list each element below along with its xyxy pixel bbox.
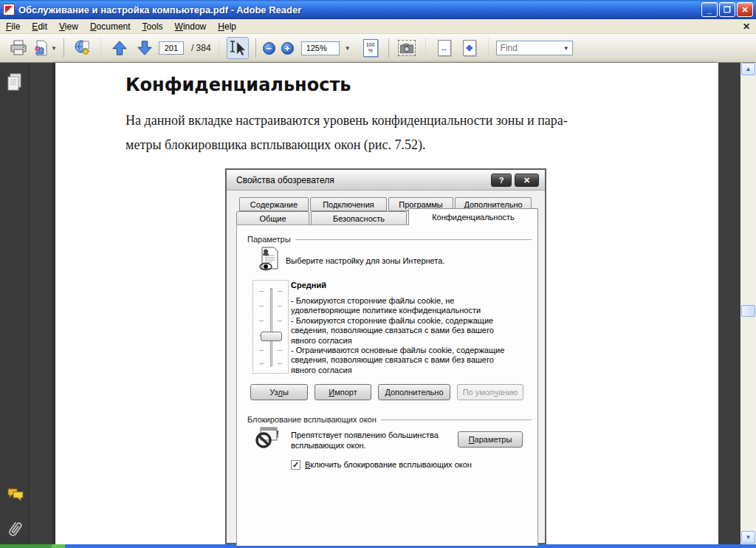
- share-review-button[interactable]: ▼: [32, 37, 57, 59]
- fit-width-icon: ↔: [438, 40, 451, 56]
- menu-file[interactable]: File: [0, 20, 26, 33]
- attachments-panel-button[interactable]: [7, 519, 23, 538]
- tab-content[interactable]: Содержание: [239, 197, 309, 211]
- tab-general[interactable]: Общие: [236, 211, 309, 225]
- group-divider: [381, 419, 532, 420]
- internet-properties-dialog: Свойства обозревателя ? ✕ Содержание Под…: [225, 168, 546, 544]
- snapshot-icon: [398, 40, 416, 56]
- printer-icon: [10, 40, 27, 56]
- popup-blocker-description: Препятствует появлению большинства всплы…: [291, 430, 439, 451]
- paragraph-line: метры блокировщика всплывающих окон (рис…: [126, 133, 654, 157]
- menu-edit[interactable]: Edit: [26, 20, 53, 33]
- scroll-up-button[interactable]: ▲: [741, 63, 755, 75]
- toolbar-separator: [388, 38, 389, 58]
- web-capture-icon: [73, 39, 91, 57]
- settings-group-header: Параметры: [247, 235, 532, 244]
- comments-panel-button[interactable]: [7, 487, 24, 502]
- page-up-arrow-icon: [111, 40, 128, 56]
- actual-size-icon-top: 100: [364, 42, 377, 48]
- privacy-zone-icon: [259, 247, 280, 272]
- sites-button[interactable]: Узлы: [250, 384, 308, 400]
- popup-blocker-checkbox-label[interactable]: Включить блокирование всплывающих окон: [305, 460, 472, 469]
- fit-width-button[interactable]: ↔: [433, 37, 456, 59]
- fit-page-button[interactable]: ✥: [458, 37, 481, 59]
- snapshot-button[interactable]: [396, 37, 418, 59]
- zone-hint-text: Выберите настройку для зоны Интернета.: [286, 256, 444, 265]
- dialog-close-button[interactable]: ✕: [515, 174, 539, 187]
- select-tool-button[interactable]: [227, 37, 249, 59]
- import-button[interactable]: Импорт: [315, 384, 371, 400]
- group-divider: [295, 239, 532, 240]
- menu-bar: File Edit View Document Tools Window Hel…: [0, 19, 756, 34]
- next-page-button[interactable]: [134, 37, 156, 59]
- find-field[interactable]: ▼: [496, 41, 573, 55]
- pages-icon: [7, 73, 23, 92]
- current-page-input[interactable]: [159, 41, 184, 55]
- restore-button[interactable]: ❐: [719, 2, 735, 17]
- menu-document[interactable]: Document: [84, 20, 137, 33]
- actual-size-button[interactable]: 100 %: [360, 37, 382, 59]
- page-down-arrow-icon: [137, 40, 153, 56]
- advanced-button[interactable]: Дополнительно: [378, 384, 450, 400]
- minimize-button[interactable]: _: [701, 2, 718, 17]
- tab-privacy[interactable]: Конфиденциальность: [408, 208, 538, 225]
- zoom-level-select[interactable]: 125%: [301, 41, 340, 55]
- privacy-level-slider[interactable]: [252, 280, 289, 374]
- find-input[interactable]: [497, 43, 561, 53]
- settings-group-label: Параметры: [247, 235, 291, 244]
- popup-blocker-checkbox[interactable]: ✓: [291, 460, 300, 470]
- popup-blocker-group-header: Блокирование всплывающих окон: [247, 415, 532, 424]
- pages-panel-button[interactable]: [7, 73, 23, 92]
- vertical-scrollbar[interactable]: ▲ ▼: [740, 63, 756, 544]
- page-total-label: / 384: [191, 43, 211, 53]
- zoom-in-button[interactable]: +: [281, 42, 294, 55]
- toolbar: ▼ / 384: [0, 34, 756, 63]
- pdf-page: Конфиденциальность На данной вкладке нас…: [55, 63, 718, 544]
- window-titlebar: Обслуживание и настройка компьютера.pdf …: [0, 0, 756, 19]
- fit-page-icon: ✥: [463, 40, 476, 56]
- privacy-level-name: Средний: [291, 281, 326, 290]
- toolbar-separator: [425, 38, 427, 58]
- print-button[interactable]: [7, 37, 30, 59]
- popup-blocker-group-label: Блокирование всплывающих окон: [247, 415, 377, 424]
- paragraph-line: На данной вкладке настраиваются уровень …: [126, 109, 654, 133]
- menu-window[interactable]: Window: [169, 20, 213, 33]
- popup-settings-button[interactable]: Параметры: [458, 431, 523, 448]
- toolbar-separator: [218, 38, 220, 58]
- previous-page-button[interactable]: [109, 37, 131, 59]
- slider-thumb[interactable]: [261, 332, 282, 341]
- toolbar-separator: [255, 38, 256, 58]
- close-button[interactable]: ✕: [737, 2, 753, 17]
- dialog-title: Свойства обозревателя: [236, 175, 334, 185]
- zoom-level-value: 125%: [306, 44, 327, 52]
- toolbar-separator: [100, 38, 102, 58]
- navigation-sidebar: [0, 63, 30, 544]
- menu-help[interactable]: Help: [212, 20, 242, 33]
- scrollbar-thumb[interactable]: [741, 305, 755, 317]
- pdf-app-icon: [3, 4, 15, 16]
- actual-size-icon: 100 %: [363, 39, 378, 57]
- slider-track: [270, 288, 272, 366]
- comments-icon: [7, 487, 24, 502]
- actual-size-icon-bottom: %: [364, 48, 377, 54]
- zoom-out-button[interactable]: −: [263, 42, 275, 55]
- menu-tools[interactable]: Tools: [137, 20, 169, 33]
- scroll-down-button[interactable]: ▼: [741, 531, 755, 544]
- popup-blocker-icon: !: [255, 425, 280, 451]
- menu-view[interactable]: View: [53, 20, 84, 33]
- default-button[interactable]: По умолчанию: [457, 384, 523, 400]
- tab-connections[interactable]: Подключения: [310, 197, 387, 211]
- document-close-icon[interactable]: ✕: [743, 21, 750, 32]
- select-tool-icon: [229, 40, 247, 56]
- page-heading: Конфиденциальность: [126, 75, 351, 95]
- zoom-dropdown-caret-icon[interactable]: ▼: [345, 45, 351, 52]
- web-capture-button[interactable]: [71, 37, 93, 59]
- dialog-help-button[interactable]: ?: [491, 174, 512, 187]
- share-dropdown-caret-icon[interactable]: ▼: [51, 45, 57, 52]
- svg-text:!: !: [276, 429, 279, 439]
- tab-security[interactable]: Безопасность: [311, 211, 407, 225]
- find-dropdown-caret-icon[interactable]: ▼: [563, 45, 569, 52]
- page-paragraph: На данной вкладке настраиваются уровень …: [126, 109, 654, 157]
- share-review-icon: [32, 40, 49, 56]
- adobe-reader-window: Обслуживание и настройка компьютера.pdf …: [0, 0, 756, 548]
